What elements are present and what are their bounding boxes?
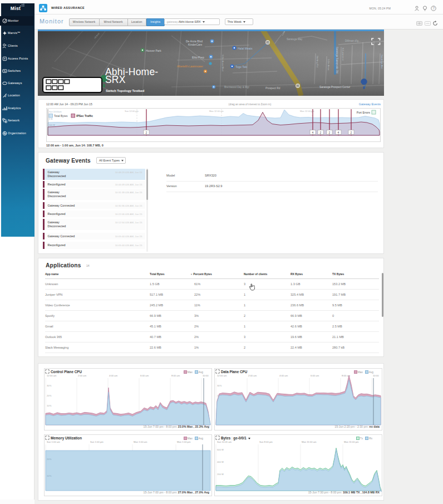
- svg-text:Mon 12:00 pm: Mon 12:00 pm: [300, 110, 314, 112]
- svg-text:Mon 11:00 am: Mon 11:00 am: [302, 441, 317, 443]
- svg-text:Saratoga Sunnyvale Rd: Saratoga Sunnyvale Rd: [336, 47, 338, 74]
- svg-text:Mon 11:00 pm: Mon 11:00 pm: [344, 441, 359, 443]
- svg-text:20%: 20%: [47, 394, 52, 397]
- svg-text:Dilliman d'lg...: Dilliman d'lg...: [345, 40, 361, 42]
- svg-text:KinderCare: KinderCare: [188, 43, 203, 46]
- svg-text:200 M: 200 M: [217, 473, 224, 476]
- svg-text:400 M: 400 M: [217, 461, 224, 463]
- svg-text:10:00: 10:00: [203, 374, 209, 377]
- svg-text:500 M: 500 M: [49, 124, 55, 126]
- svg-text:Togo Teki: Togo Teki: [235, 65, 247, 68]
- svg-text:85: 85: [296, 85, 299, 87]
- svg-text:2: 2: [351, 131, 352, 134]
- svg-text:2: 2: [329, 131, 331, 134]
- svg-text:IPSec Traffic: IPSec Traffic: [76, 114, 93, 118]
- svg-text:2:00 am: 2:00 am: [248, 374, 257, 377]
- svg-text:Sun 1:00 am: Sun 1:00 am: [47, 441, 60, 443]
- svg-text:Elito Prep: Elito Prep: [192, 56, 204, 59]
- svg-text:Sun 10:00am: Sun 10:00am: [49, 111, 62, 113]
- svg-text:10%: 10%: [47, 404, 52, 407]
- svg-text:6:00 am: 6:00 am: [140, 374, 149, 377]
- svg-text:12:00 am: 12:00 am: [47, 374, 57, 377]
- svg-text:30%: 30%: [47, 384, 52, 387]
- svg-text:Sun 8:00 pm: Sun 8:00 pm: [259, 441, 273, 443]
- svg-text:4: 4: [312, 131, 314, 134]
- svg-text:?: ?: [432, 6, 435, 10]
- svg-text:Port Errors: Port Errors: [357, 111, 371, 114]
- svg-text:Hoover Park: Hoover Park: [146, 49, 161, 52]
- svg-text:1 G: 1 G: [49, 118, 52, 120]
- svg-text:Sun 12:00 pm: Sun 12:00 pm: [125, 110, 139, 112]
- svg-text:Halal Meats: Halal Meats: [238, 47, 253, 50]
- svg-text:8:00 am: 8:00 am: [171, 374, 180, 377]
- svg-text:Total Bytes: Total Bytes: [54, 114, 68, 118]
- svg-text:20%: 20%: [47, 458, 52, 461]
- svg-text:12:00 am: 12:00 am: [217, 374, 227, 377]
- svg-text:Stelling Rd: Stelling Rd: [316, 56, 319, 67]
- svg-text:85: 85: [266, 41, 269, 44]
- svg-text:Mon 1:00 pm: Mon 1:00 pm: [177, 441, 191, 443]
- svg-text:4: 4: [338, 131, 339, 134]
- svg-text:30%: 30%: [217, 384, 222, 387]
- svg-text:2: 2: [146, 131, 147, 134]
- svg-text:N Lawrence: N Lawrence: [342, 48, 344, 61]
- svg-text:2: 2: [320, 131, 322, 134]
- svg-text:Prospect Rd: Prospect Rd: [265, 87, 280, 90]
- svg-text:Mon 12:00 am: Mon 12:00 am: [209, 110, 224, 112]
- svg-text:4:00 am: 4:00 am: [109, 374, 118, 377]
- svg-text:S De Anza: S De Anza: [327, 59, 330, 71]
- svg-text:10%: 10%: [47, 474, 52, 477]
- svg-text:Brentwood Day & Mgr: Brentwood Day & Mgr: [224, 86, 249, 89]
- svg-text:Sun 10:41 am: Sun 10:41 am: [217, 441, 232, 443]
- svg-text:Saratoga Way: Saratoga Way: [287, 38, 303, 41]
- svg-text:Mon 1:00 am: Mon 1:00 am: [134, 441, 147, 443]
- svg-text:6:00 am: 6:00 am: [311, 374, 319, 377]
- svg-text:Saratoga Prospect Center: Saratoga Prospect Center: [319, 86, 351, 89]
- svg-text:Sun 1:00 pm: Sun 1:00 pm: [90, 441, 104, 443]
- svg-text:10:00: 10:00: [373, 374, 379, 377]
- svg-text:600 M: 600 M: [217, 448, 224, 451]
- svg-text:Saratoga Ave: Saratoga Ave: [381, 55, 383, 69]
- svg-text:4:00 am: 4:00 am: [279, 374, 288, 377]
- svg-text:2:00 am: 2:00 am: [78, 374, 87, 377]
